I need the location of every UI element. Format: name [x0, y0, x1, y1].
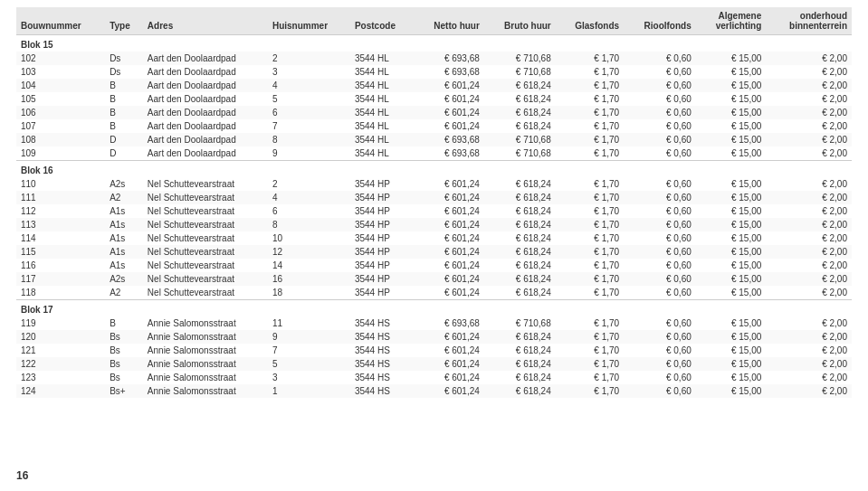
cell-rioolfonds: € 0,60 [624, 286, 696, 300]
cell-bouwnummer: 123 [16, 371, 105, 384]
cell-glasfonds: € 1,70 [556, 330, 624, 344]
cell-bouwnummer: 116 [16, 259, 105, 272]
cell-rioolfonds: € 0,60 [624, 119, 696, 133]
cell-alg-verlichting: € 15,00 [696, 371, 767, 384]
table-row: 107BAart den Doolaardpad73544 HL€ 601,24… [16, 119, 852, 133]
cell-postcode: 3544 HP [350, 272, 414, 286]
cell-rioolfonds: € 0,60 [624, 177, 696, 191]
cell-adres: Aart den Doolaardpad [143, 119, 268, 133]
cell-type: A2s [105, 272, 143, 286]
cell-glasfonds: € 1,70 [556, 245, 624, 259]
cell-rioolfonds: € 0,60 [624, 330, 696, 344]
cell-huisnummer: 3 [268, 371, 350, 384]
cell-bruto-huur: € 618,24 [484, 218, 556, 231]
table-row: 111A2Nel Schuttevearstraat43544 HP€ 601,… [16, 191, 852, 204]
cell-netto-huur: € 601,24 [414, 344, 484, 357]
cell-type: Bs [105, 344, 143, 357]
cell-adres: Nel Schuttevearstraat [143, 204, 268, 218]
cell-bouwnummer: 119 [16, 316, 105, 330]
cell-adres: Annie Salomonsstraat [143, 330, 268, 344]
cell-onderhoud: € 2,00 [766, 286, 852, 300]
cell-huisnummer: 8 [268, 218, 350, 231]
cell-onderhoud: € 2,00 [766, 272, 852, 286]
cell-netto-huur: € 693,68 [414, 52, 484, 65]
table-row: 106BAart den Doolaardpad63544 HL€ 601,24… [16, 106, 852, 119]
cell-bruto-huur: € 618,24 [484, 106, 556, 119]
cell-huisnummer: 9 [268, 146, 350, 161]
table-header-row: Bouwnummer Type Adres Huisnummer Postcod… [16, 7, 852, 35]
cell-huisnummer: 2 [268, 52, 350, 65]
cell-rioolfonds: € 0,60 [624, 371, 696, 384]
cell-huisnummer: 18 [268, 286, 350, 300]
cell-glasfonds: € 1,70 [556, 218, 624, 231]
data-table: Bouwnummer Type Adres Huisnummer Postcod… [16, 7, 852, 398]
cell-bruto-huur: € 618,24 [484, 177, 556, 191]
cell-netto-huur: € 601,24 [414, 92, 484, 106]
cell-adres: Nel Schuttevearstraat [143, 245, 268, 259]
cell-alg-verlichting: € 15,00 [696, 245, 767, 259]
cell-adres: Annie Salomonsstraat [143, 316, 268, 330]
table-row: 123BsAnnie Salomonsstraat33544 HS€ 601,2… [16, 371, 852, 384]
cell-rioolfonds: € 0,60 [624, 52, 696, 65]
table-row: 109DAart den Doolaardpad93544 HL€ 693,68… [16, 146, 852, 161]
cell-alg-verlichting: € 15,00 [696, 357, 767, 371]
cell-type: Bs [105, 330, 143, 344]
cell-adres: Nel Schuttevearstraat [143, 218, 268, 231]
table-row: 124Bs+Annie Salomonsstraat13544 HS€ 601,… [16, 384, 852, 398]
table-body: Blok 15102DsAart den Doolaardpad23544 HL… [16, 35, 852, 399]
table-row: 108DAart den Doolaardpad83544 HL€ 693,68… [16, 133, 852, 146]
cell-onderhoud: € 2,00 [766, 330, 852, 344]
table-row: 104BAart den Doolaardpad43544 HL€ 601,24… [16, 79, 852, 92]
cell-rioolfonds: € 0,60 [624, 259, 696, 272]
cell-adres: Annie Salomonsstraat [143, 371, 268, 384]
cell-bruto-huur: € 618,24 [484, 272, 556, 286]
cell-rioolfonds: € 0,60 [624, 231, 696, 245]
cell-bruto-huur: € 618,24 [484, 92, 556, 106]
cell-alg-verlichting: € 15,00 [696, 119, 767, 133]
cell-huisnummer: 8 [268, 133, 350, 146]
cell-bouwnummer: 110 [16, 177, 105, 191]
cell-alg-verlichting: € 15,00 [696, 259, 767, 272]
cell-huisnummer: 2 [268, 177, 350, 191]
cell-onderhoud: € 2,00 [766, 371, 852, 384]
col-postcode: Postcode [350, 7, 414, 35]
cell-netto-huur: € 601,24 [414, 330, 484, 344]
cell-adres: Aart den Doolaardpad [143, 133, 268, 146]
cell-rioolfonds: € 0,60 [624, 218, 696, 231]
cell-postcode: 3544 HL [350, 146, 414, 161]
cell-bouwnummer: 124 [16, 384, 105, 398]
cell-bouwnummer: 103 [16, 65, 105, 79]
cell-bruto-huur: € 710,68 [484, 133, 556, 146]
cell-type: D [105, 133, 143, 146]
cell-rioolfonds: € 0,60 [624, 79, 696, 92]
cell-adres: Nel Schuttevearstraat [143, 286, 268, 300]
cell-type: D [105, 146, 143, 161]
cell-onderhoud: € 2,00 [766, 177, 852, 191]
cell-huisnummer: 5 [268, 92, 350, 106]
table-row: 115A1sNel Schuttevearstraat123544 HP€ 60… [16, 245, 852, 259]
cell-postcode: 3544 HP [350, 177, 414, 191]
cell-onderhoud: € 2,00 [766, 106, 852, 119]
cell-alg-verlichting: € 15,00 [696, 231, 767, 245]
cell-type: B [105, 79, 143, 92]
cell-onderhoud: € 2,00 [766, 357, 852, 371]
cell-huisnummer: 7 [268, 119, 350, 133]
cell-bruto-huur: € 710,68 [484, 316, 556, 330]
cell-bruto-huur: € 618,24 [484, 371, 556, 384]
cell-glasfonds: € 1,70 [556, 204, 624, 218]
cell-postcode: 3544 HL [350, 79, 414, 92]
table-row: 119BAnnie Salomonsstraat113544 HS€ 693,6… [16, 316, 852, 330]
cell-alg-verlichting: € 15,00 [696, 204, 767, 218]
cell-adres: Annie Salomonsstraat [143, 344, 268, 357]
cell-postcode: 3544 HS [350, 357, 414, 371]
cell-rioolfonds: € 0,60 [624, 92, 696, 106]
cell-adres: Aart den Doolaardpad [143, 52, 268, 65]
cell-postcode: 3544 HL [350, 52, 414, 65]
cell-postcode: 3544 HL [350, 133, 414, 146]
cell-bruto-huur: € 618,24 [484, 119, 556, 133]
cell-onderhoud: € 2,00 [766, 52, 852, 65]
cell-alg-verlichting: € 15,00 [696, 218, 767, 231]
cell-type: B [105, 92, 143, 106]
cell-alg-verlichting: € 15,00 [696, 316, 767, 330]
cell-adres: Nel Schuttevearstraat [143, 259, 268, 272]
